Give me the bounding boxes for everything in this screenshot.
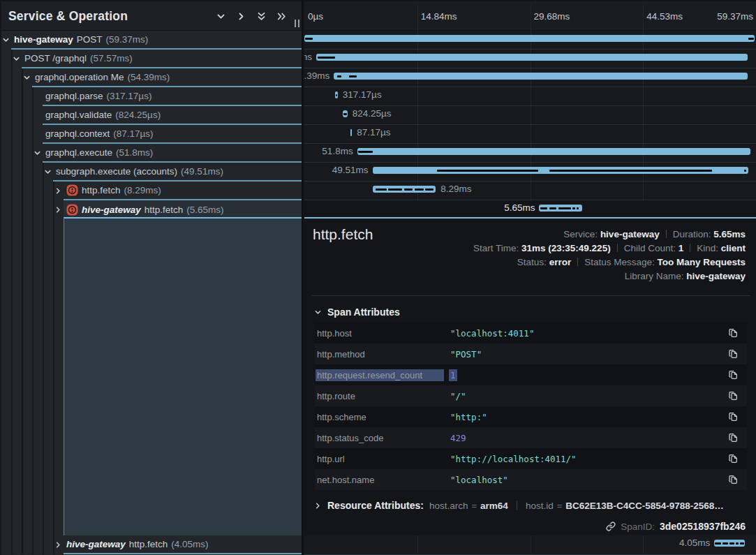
- attribute-row[interactable]: net.host.name"localhost": [315, 469, 747, 490]
- expand-one-icon[interactable]: [235, 10, 246, 22]
- overview-value: hive-gateway: [686, 271, 746, 281]
- span-duration: (57.57ms): [90, 53, 133, 64]
- expand-span-button[interactable]: [54, 205, 62, 214]
- attribute-row[interactable]: http.request.resend_count1: [315, 364, 747, 385]
- overview-label: Status Message:: [584, 257, 657, 267]
- collapse-span-button[interactable]: [12, 54, 20, 64]
- span-bar[interactable]: [350, 129, 352, 136]
- span-tree-row[interactable]: hive-gatewayPOST(59.37ms): [0, 31, 302, 50]
- span-tree-row[interactable]: graphql.parse(317.17µs): [0, 87, 302, 106]
- span-service-name: hive-gateway: [66, 539, 126, 549]
- indent-guide: [22, 125, 23, 144]
- span-tree-row[interactable]: graphql.validate(824.25µs): [0, 106, 302, 125]
- span-attributes-header[interactable]: Span Attributes: [314, 306, 400, 318]
- timeline-row[interactable]: [304, 31, 756, 50]
- bottom-span-row[interactable]: hive-gatewayhttp.fetch(4.05ms): [0, 535, 302, 554]
- timeline-rows: 57.57ms54.39ms317.17µs824.25µs87.17µs51.…: [304, 31, 756, 219]
- copy-button[interactable]: [727, 348, 739, 360]
- copy-button[interactable]: [727, 474, 739, 485]
- timeline-row[interactable]: 57.57ms: [304, 50, 756, 68]
- attribute-key: http.request.resend_count: [317, 369, 450, 381]
- critical-path-segment: [388, 188, 402, 191]
- span-duration-label: 5.65ms: [504, 202, 535, 214]
- indent-guide: [32, 125, 34, 144]
- attribute-row[interactable]: http.scheme"http:": [315, 406, 747, 427]
- detail-accent-block[interactable]: [64, 217, 302, 535]
- copy-button[interactable]: [727, 432, 739, 443]
- span-row-content: graphql.execute(51.8ms): [43, 144, 302, 163]
- timeline-row[interactable]: 317.17µs: [304, 87, 756, 106]
- timeline-row[interactable]: 8.29ms: [304, 182, 756, 200]
- copy-button[interactable]: [727, 327, 739, 339]
- indent-guide: [11, 144, 13, 163]
- span-operation-name: POST /graphql: [24, 53, 87, 64]
- span-duration-label: 317.17µs: [343, 89, 382, 101]
- span-bar[interactable]: [316, 54, 748, 61]
- collapse-span-button[interactable]: [43, 167, 52, 177]
- resource-key: host.id: [526, 501, 554, 511]
- expand-span-button[interactable]: [54, 540, 62, 549]
- span-duration: (317.17µs): [107, 91, 152, 101]
- error-icon: [66, 184, 78, 196]
- indent-guide: [11, 125, 13, 144]
- timeline-row[interactable]: 5.65ms: [304, 200, 756, 219]
- indent-guide: [11, 200, 13, 219]
- span-row-content: graphql.validate(824.25µs): [43, 106, 302, 125]
- span-tree-row[interactable]: hive-gatewayhttp.fetch(5.65ms): [0, 200, 302, 219]
- attribute-value: "localhost:4011": [450, 328, 534, 339]
- span-row-content: graphql.parse(317.17µs): [43, 87, 302, 106]
- tree-header-icons: [215, 10, 287, 22]
- link-icon[interactable]: [606, 521, 616, 531]
- span-bar[interactable]: [357, 148, 750, 155]
- collapse-all-icon[interactable]: [255, 10, 267, 22]
- selected-text: 1: [449, 369, 457, 381]
- span-tree-row[interactable]: subgraph.execute (accounts)(49.51ms): [0, 163, 302, 182]
- span-tree: hive-gatewayPOST(59.37ms)POST /graphql(5…: [0, 31, 302, 219]
- resource-attributes-row[interactable]: Resource Attributes:host.arch=arm64host.…: [314, 500, 724, 511]
- indent-guide: [32, 87, 34, 106]
- column-resizer-grip-icon[interactable]: [295, 20, 301, 27]
- attribute-key: http.url: [317, 454, 450, 464]
- ruler-tick-label: 29.68ms: [534, 11, 570, 22]
- span-operation-name: graphql.parse: [45, 91, 103, 101]
- indent-guide: [22, 87, 23, 106]
- timeline-row[interactable]: 49.51ms: [304, 163, 756, 182]
- copy-button[interactable]: [727, 369, 739, 380]
- copy-button[interactable]: [727, 411, 739, 422]
- collapse-one-icon[interactable]: [215, 10, 226, 22]
- span-duration-label: 87.17µs: [357, 127, 390, 138]
- timeline-row[interactable]: 87.17µs: [304, 125, 756, 144]
- critical-path-segment: [744, 170, 746, 172]
- collapse-span-button[interactable]: [33, 148, 41, 158]
- attribute-row[interactable]: http.route"/": [315, 385, 747, 406]
- timeline-row[interactable]: 51.8ms: [304, 144, 756, 163]
- overview-value: 31ms (23:35:49.225): [521, 243, 611, 253]
- collapse-span-button[interactable]: [1, 35, 10, 45]
- span-tree-row[interactable]: graphql.context(87.17µs): [0, 125, 302, 144]
- copy-button[interactable]: [727, 390, 739, 401]
- attribute-row[interactable]: http.host"localhost:4011": [315, 323, 747, 343]
- attribute-row[interactable]: http.status_code429: [315, 427, 747, 448]
- copy-icon: [727, 390, 739, 401]
- indent-guide: [43, 200, 44, 219]
- critical-path-segment: [549, 207, 556, 209]
- span-tree-row[interactable]: graphql.operation Me(54.39ms): [0, 68, 302, 87]
- span-bar[interactable]: [304, 35, 755, 42]
- span-tree-row[interactable]: http.fetch(8.29ms): [0, 182, 302, 200]
- attribute-row[interactable]: http.method"POST": [315, 343, 747, 364]
- span-duration: (824.25µs): [115, 110, 161, 120]
- timeline-row[interactable]: 54.39ms: [304, 68, 756, 87]
- indent-guide: [32, 182, 34, 200]
- attribute-row[interactable]: http.url"http://localhost:4011/": [315, 448, 747, 469]
- span-tree-row[interactable]: POST /graphql(57.57ms): [0, 50, 302, 68]
- expand-span-button[interactable]: [54, 186, 62, 195]
- timeline-row[interactable]: 824.25µs: [304, 106, 756, 125]
- expand-all-icon[interactable]: [276, 10, 287, 22]
- collapse-span-button[interactable]: [22, 73, 31, 82]
- copy-icon: [727, 348, 739, 360]
- copy-button[interactable]: [727, 453, 739, 464]
- span-bar[interactable]: [334, 73, 747, 80]
- span-detail-title: http.fetch: [313, 226, 373, 243]
- indent-guide: [22, 163, 23, 182]
- span-tree-row[interactable]: graphql.execute(51.8ms): [0, 144, 302, 163]
